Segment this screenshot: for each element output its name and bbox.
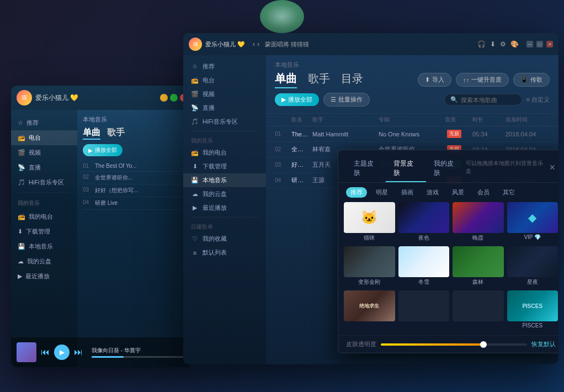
heart-icon: ♡ [191,235,199,242]
skin-item-forest[interactable]: 森林 [453,246,504,287]
sidebar-item-myradio[interactable]: 📻 我的电台 [183,146,266,160]
maximize-btn[interactable]: □ [536,41,543,47]
back-window: 猫 爱乐小猫儿 💛 ☆ 推荐 📻 电台 🎬 视频 📡 直播 [11,86,193,367]
skin-item-pisces[interactable]: PISCES PISCES [507,290,558,330]
filter-recommend[interactable]: 推荐 [346,187,367,198]
sidebar-item-local[interactable]: 💾 本地音乐 [11,239,77,254]
sidebar-item-video[interactable]: 🎬 视频 [11,145,77,160]
skin-item-mech[interactable]: 变形金刚 [344,246,395,287]
table-row[interactable]: 01 The Best Of Yolanda Ada Matt Hammitt … [266,126,558,142]
sidebar-item-live[interactable]: 📡 直播 [183,101,266,115]
batch-ops-btn[interactable]: ☰ 批量操作 [323,93,370,107]
sidebar-item-recent[interactable]: ▶ 最近播放 [183,201,266,215]
play-pause-btn[interactable]: ▶ [54,345,70,360]
opacity-bar[interactable] [381,343,527,346]
skin-item-empty1[interactable] [398,290,450,330]
tab-artists[interactable]: 歌手 [308,71,330,88]
skin-item-starnight[interactable]: 星夜 [507,246,558,287]
filter-game[interactable]: 游戏 [422,187,443,198]
back-tab-songs[interactable]: 单曲 [83,127,100,140]
skin-label-pisces: PISCES [507,321,558,330]
search-icon: 🔍 [450,96,458,103]
filter-other[interactable]: 其它 [498,187,519,198]
maximize-btn[interactable] [170,94,178,102]
skin-item-winter[interactable]: 冬雪 [398,246,450,287]
front-window: 猫 爱乐小猫儿 💛 ‹ › 蒙面唱将 猜猜猜 🎧 ⬇ ⚙ 🎨 ─ □ ✕ ☆ 推… [183,33,558,364]
live-icon: 📡 [191,104,199,112]
filter-stars[interactable]: 明星 [371,187,392,198]
skin-close-btn[interactable]: ✕ [549,163,556,175]
search-input[interactable] [461,97,516,103]
minimize-btn[interactable]: ─ [526,41,533,47]
sidebar-item-download[interactable]: ⬇ 下载管理 [183,160,266,173]
reset-btn[interactable]: 恢复默认 [531,340,556,348]
star-icon: ☆ [18,119,23,126]
cloud-icon: ☁ [18,258,24,265]
nav-forward[interactable]: › [257,40,259,48]
skin-thumb-cat: 🐱 [344,202,395,233]
skin-item-dusk[interactable]: 晚霞 [453,202,504,243]
download-icon: ⬇ [191,163,199,170]
tab-directory[interactable]: 目录 [341,71,363,88]
skin-item-empty2[interactable] [453,290,504,330]
search-box: 🔍 [444,94,522,105]
import-btn[interactable]: ⬆ 导入 [418,73,451,87]
skin-item-cat[interactable]: 🐱 猫咪 [344,202,395,243]
sidebar-item-cloud[interactable]: ☁ 我的云盘 [183,187,266,201]
sidebar-item-radio[interactable]: 📻 电台 [183,73,266,87]
sidebar-item-cloud[interactable]: ☁ 我的云盘 [11,254,77,269]
divider [19,192,70,193]
tab-songs[interactable]: 单曲 [275,71,297,88]
close-btn[interactable]: ✕ [546,41,553,47]
prev-btn[interactable]: ⏮ [41,347,50,357]
my-music-label: 我的音乐 [11,195,77,209]
back-song-row[interactable]: 03 好好（想把你写... [83,184,188,197]
skin-item-rebirth[interactable]: 绝地求生 [344,290,395,330]
filter-illustration[interactable]: 插画 [397,187,418,198]
divider [191,131,258,131]
sidebar-item-recommend[interactable]: ☆ 推荐 [11,115,77,130]
settings-icon[interactable]: ⚙ [500,40,506,48]
skin-item-vip[interactable]: ◆ VIP 💎 [507,202,558,243]
back-song-row[interactable]: 04 研磨 Live [83,197,188,210]
customize-btn[interactable]: ≡ 自定义 [526,96,550,104]
next-btn[interactable]: ⏭ [74,347,83,357]
sidebar-item-favorites[interactable]: ♡ 我的收藏 [183,232,266,246]
skin-icon[interactable]: 🎨 [510,40,519,48]
opacity-handle[interactable] [480,341,487,348]
play-all-btn[interactable]: ▶ 播放全部 [275,93,319,106]
minimize-btn[interactable] [160,94,168,102]
sidebar-item-hifi[interactable]: 🎵 HiFi音乐专区 [11,175,77,190]
transfer-btn[interactable]: 📱 传歌 [513,73,550,87]
sidebar-item-live[interactable]: 📡 直播 [11,160,77,175]
sidebar-item-myradio[interactable]: 📻 我的电台 [11,209,77,224]
skin-tab-mine[interactable]: 我的皮肤 [426,156,466,182]
back-song-list: 01 The Best Of Yo... 02 全世界谁听你... 03 好好（… [83,161,188,210]
skin-label-forest: 森林 [453,277,504,287]
sidebar-item-hifi[interactable]: 🎵 HiFi音乐专区 [183,115,266,129]
filter-vip[interactable]: 会员 [473,187,494,198]
nav-back[interactable]: ‹ [253,40,255,48]
download-icon[interactable]: ⬇ [490,40,496,48]
back-play-all-btn[interactable]: ▶ 播放全部 [83,144,123,156]
headphone-icon[interactable]: 🎧 [477,40,486,48]
sidebar-item-recommend[interactable]: ☆ 推荐 [183,60,266,73]
sidebar-item-download[interactable]: ⬇ 下载管理 [11,224,77,239]
upgrade-btn[interactable]: ↑↑ 一键升音质 [456,73,509,87]
filter-scenery[interactable]: 风景 [448,187,469,198]
back-tab-artists[interactable]: 歌手 [107,127,125,140]
sidebar-item-video[interactable]: 🎬 视频 [183,87,266,101]
nav-arrows: ‹ › [253,40,259,48]
skin-tab-theme[interactable]: 主题皮肤 [346,156,386,182]
sidebar-item-default-list[interactable]: ≡ 默认列表 [183,246,266,259]
back-main-content: 本地音乐 单曲 歌手 ▶ 播放全部 01 The Best Of Yo... 0… [77,110,193,367]
back-song-row[interactable]: 01 The Best Of Yo... [83,161,188,172]
skin-item-night[interactable]: 夜色 [398,202,450,243]
sidebar-item-radio[interactable]: 📻 电台 [11,130,77,145]
eq-icon: ≡ [526,96,530,103]
back-song-row[interactable]: 02 全世界谁听你... [83,172,188,184]
sidebar-item-local[interactable]: 💾 本地音乐 [183,173,266,187]
skin-tab-bg[interactable]: 背景皮肤 [386,156,425,182]
sidebar-item-recent[interactable]: ▶ 最近播放 [11,269,77,284]
progress-bar[interactable] [92,356,183,358]
